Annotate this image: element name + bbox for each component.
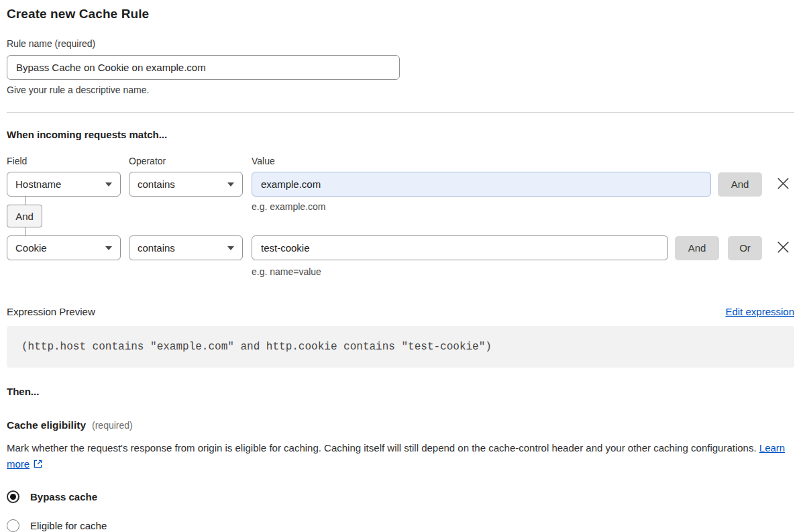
field-select-2[interactable]: Cookie xyxy=(7,235,121,260)
close-icon xyxy=(777,177,790,192)
expression-preview-label: Expression Preview xyxy=(7,306,95,317)
field-column-label: Field xyxy=(7,156,121,166)
required-note: (required) xyxy=(92,420,133,431)
radio-option-bypass-cache[interactable]: Bypass cache xyxy=(7,490,794,503)
field-select-1-value: Hostname xyxy=(15,178,61,190)
and-button-row-1[interactable]: And xyxy=(718,172,762,197)
expression-code-block: (http.host contains "example.com" and ht… xyxy=(7,326,794,368)
operator-select-2-value: contains xyxy=(138,242,175,254)
field-select-1[interactable]: Hostname xyxy=(7,172,121,197)
cache-eligibility-heading: Cache eligibility (required) xyxy=(7,419,794,431)
then-heading: Then... xyxy=(7,386,794,397)
match-column-labels: Field Operator Value xyxy=(7,156,794,166)
description-text: Mark whether the request's response from… xyxy=(7,442,757,454)
connector-band: And e.g. example.com xyxy=(7,197,794,235)
match-row-2: Cookie contains And Or xyxy=(7,235,794,260)
value-input-2[interactable] xyxy=(252,235,668,260)
close-icon xyxy=(777,241,790,256)
cache-eligibility-title: Cache eligibility xyxy=(7,419,86,431)
or-button-row-2[interactable]: Or xyxy=(728,236,762,260)
page-title: Create new Cache Rule xyxy=(7,7,794,21)
section-divider xyxy=(7,112,794,113)
expression-code: (http.host contains "example.com" and ht… xyxy=(21,341,492,353)
chevron-down-icon xyxy=(227,246,234,250)
edit-expression-link[interactable]: Edit expression xyxy=(725,306,794,317)
value-column-label: Value xyxy=(252,156,794,166)
radio-dot xyxy=(10,494,16,500)
and-button-row-2[interactable]: And xyxy=(675,236,719,260)
chevron-down-icon xyxy=(105,246,112,250)
radio-selected-icon xyxy=(7,490,19,503)
cache-eligibility-description: Mark whether the request's response from… xyxy=(7,440,794,474)
external-link-icon xyxy=(33,458,43,474)
chevron-down-icon xyxy=(105,182,112,187)
rule-name-label: Rule name (required) xyxy=(7,38,794,49)
match-row-1: Hostname contains And xyxy=(7,172,794,197)
value-hint-2: e.g. name=value xyxy=(252,266,794,277)
value-input-1[interactable] xyxy=(252,172,711,197)
field-select-2-value: Cookie xyxy=(15,242,47,254)
operator-select-1[interactable]: contains xyxy=(129,172,243,197)
expression-header: Expression Preview Edit expression xyxy=(7,306,794,317)
remove-row-2-button[interactable] xyxy=(775,241,790,256)
value-hint-1: e.g. example.com xyxy=(252,201,326,212)
connector-and-chip[interactable]: And xyxy=(7,205,42,227)
radio-unselected-icon xyxy=(7,519,19,532)
operator-column-label: Operator xyxy=(129,156,243,166)
operator-select-1-value: contains xyxy=(138,178,175,190)
operator-select-2[interactable]: contains xyxy=(129,235,243,260)
radio-option-eligible-for-cache[interactable]: Eligible for cache xyxy=(7,519,794,532)
rule-name-help: Give your rule a descriptive name. xyxy=(7,85,794,95)
radio-label-bypass-cache: Bypass cache xyxy=(30,491,97,502)
remove-row-1-button[interactable] xyxy=(775,177,790,192)
rule-name-input[interactable] xyxy=(7,55,400,80)
cache-rule-form: Create new Cache Rule Rule name (require… xyxy=(0,0,805,532)
radio-label-eligible-for-cache: Eligible for cache xyxy=(30,520,107,531)
chevron-down-icon xyxy=(227,182,234,187)
match-heading: When incoming requests match... xyxy=(7,129,794,140)
